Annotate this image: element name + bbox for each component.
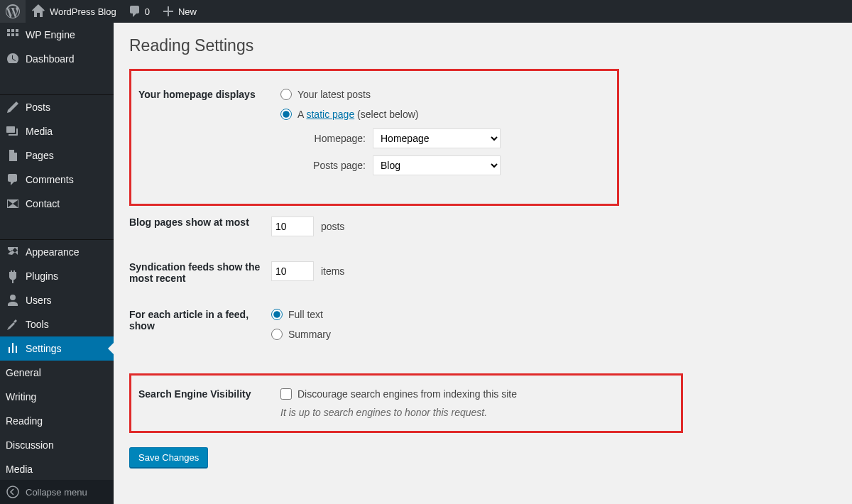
feed-label: For each article in a feed, show bbox=[129, 309, 271, 332]
admin-toolbar: WordPress Blog 0 New bbox=[0, 0, 852, 23]
postspage-select[interactable]: Blog bbox=[373, 155, 501, 175]
postspage-select-label: Posts page: bbox=[295, 160, 366, 171]
radio-summary[interactable] bbox=[271, 329, 283, 340]
radio-latest-posts[interactable] bbox=[280, 89, 292, 100]
comment-count: 0 bbox=[145, 6, 150, 17]
plugins-icon bbox=[6, 269, 20, 283]
search-visibility-label: Search Engine Visibility bbox=[138, 388, 280, 400]
users-icon bbox=[6, 293, 20, 307]
homepage-select[interactable]: Homepage bbox=[373, 128, 501, 148]
dashboard-icon bbox=[6, 52, 20, 66]
radio-latest-posts-label: Your latest posts bbox=[297, 89, 371, 100]
homepage-displays-label: Your homepage displays bbox=[138, 89, 280, 100]
posts-icon bbox=[6, 100, 20, 114]
syndication-suffix: items bbox=[321, 265, 344, 277]
submenu-media[interactable]: Media bbox=[0, 457, 114, 481]
radio-full-text-label: Full text bbox=[288, 309, 323, 320]
homepage-displays-highlight: Your homepage displays Your latest posts… bbox=[129, 69, 619, 206]
radio-static-page[interactable] bbox=[280, 109, 292, 120]
wpengine-icon bbox=[6, 28, 20, 42]
comment-icon bbox=[128, 4, 142, 18]
site-name-label: WordPress Blog bbox=[50, 6, 116, 17]
menu-separator bbox=[0, 71, 114, 95]
sidebar-item-contact[interactable]: Contact bbox=[0, 192, 114, 216]
radio-summary-label: Summary bbox=[288, 329, 331, 340]
radio-full-text[interactable] bbox=[271, 309, 283, 320]
svg-rect-3 bbox=[7, 33, 10, 36]
appearance-icon bbox=[6, 245, 20, 259]
site-name-link[interactable]: WordPress Blog bbox=[26, 0, 122, 23]
contact-icon bbox=[6, 197, 20, 211]
syndication-label: Syndication feeds show the most recent bbox=[129, 261, 271, 284]
comments-icon bbox=[6, 172, 20, 187]
sidebar-item-users[interactable]: Users bbox=[0, 288, 114, 312]
homepage-select-label: Homepage: bbox=[295, 133, 366, 144]
search-visibility-checkbox-label: Discourage search engines from indexing … bbox=[297, 388, 517, 400]
sidebar-item-wpengine[interactable]: WP Engine bbox=[0, 23, 114, 47]
admin-sidebar: WP Engine Dashboard Posts Media Pages Co… bbox=[0, 23, 114, 483]
submenu-discussion[interactable]: Discussion bbox=[0, 433, 114, 457]
wp-logo[interactable] bbox=[0, 0, 26, 23]
new-content-label: New bbox=[178, 6, 197, 17]
radio-static-page-label: A static page (select below) bbox=[297, 109, 418, 120]
menu-separator bbox=[0, 216, 114, 240]
svg-rect-4 bbox=[11, 33, 14, 36]
blogpages-input[interactable] bbox=[271, 217, 314, 236]
sidebar-item-plugins[interactable]: Plugins bbox=[0, 264, 114, 288]
settings-icon bbox=[6, 341, 20, 356]
submenu-reading[interactable]: Reading bbox=[0, 409, 114, 433]
page-title: Reading Settings bbox=[129, 30, 824, 58]
home-icon bbox=[31, 4, 45, 18]
submenu-general[interactable]: General bbox=[0, 361, 114, 385]
search-visibility-checkbox[interactable] bbox=[280, 388, 292, 400]
submenu-writing[interactable]: Writing bbox=[0, 385, 114, 409]
sidebar-item-settings[interactable]: Settings bbox=[0, 336, 114, 361]
sidebar-item-posts[interactable]: Posts bbox=[0, 95, 114, 119]
sidebar-item-tools[interactable]: Tools bbox=[0, 312, 114, 336]
search-visibility-highlight: Search Engine Visibility Discourage sear… bbox=[129, 373, 683, 433]
search-visibility-description: It is up to search engines to honor this… bbox=[280, 407, 667, 418]
sidebar-item-comments[interactable]: Comments bbox=[0, 168, 114, 192]
svg-rect-5 bbox=[16, 33, 18, 36]
sidebar-item-appearance[interactable]: Appearance bbox=[0, 240, 114, 264]
wordpress-icon bbox=[6, 4, 20, 18]
new-content-link[interactable]: New bbox=[155, 0, 202, 23]
plus-icon bbox=[161, 4, 175, 18]
sidebar-item-dashboard[interactable]: Dashboard bbox=[0, 47, 114, 71]
media-icon bbox=[6, 124, 20, 138]
comments-link[interactable]: 0 bbox=[122, 0, 155, 23]
collapse-menu-button[interactable]: Collapse menu bbox=[0, 480, 114, 483]
blogpages-label: Blog pages show at most bbox=[129, 217, 271, 228]
sidebar-item-pages[interactable]: Pages bbox=[0, 143, 114, 168]
syndication-input[interactable] bbox=[271, 261, 314, 281]
blogpages-suffix: posts bbox=[321, 221, 344, 232]
svg-rect-1 bbox=[11, 29, 14, 32]
pages-icon bbox=[6, 148, 20, 163]
sidebar-item-media[interactable]: Media bbox=[0, 119, 114, 143]
tools-icon bbox=[6, 317, 20, 332]
save-changes-button[interactable]: Save Changes bbox=[129, 447, 208, 469]
svg-rect-0 bbox=[7, 29, 10, 32]
static-page-link[interactable]: static page bbox=[306, 109, 354, 120]
svg-rect-2 bbox=[16, 29, 18, 32]
